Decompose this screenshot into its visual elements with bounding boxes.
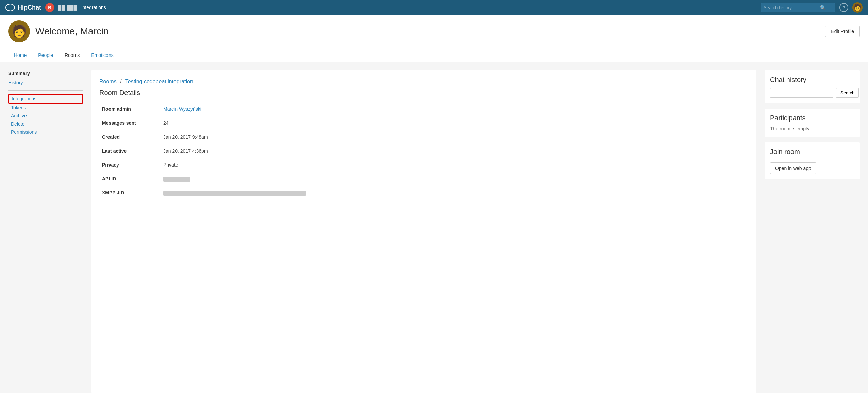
sidebar-item-tokens[interactable]: Tokens xyxy=(8,104,83,112)
header-left: 🧑 Welcome, Marcin xyxy=(8,20,109,42)
user-profile-icon[interactable]: 🧑 xyxy=(852,2,863,13)
table-row: Room admin Marcin Wyszyński xyxy=(99,102,748,116)
field-label-api-id: API ID xyxy=(99,172,161,186)
sidebar-item-permissions[interactable]: Permissions xyxy=(8,128,83,136)
right-panel: Chat history Search Participants The roo… xyxy=(765,70,860,393)
hipchat-logo-icon xyxy=(5,3,15,12)
table-row: Privacy Private xyxy=(99,158,748,172)
participants-section: Participants The room is empty. xyxy=(765,109,860,137)
table-row: Last active Jan 20, 2017 4:36pm xyxy=(99,144,748,158)
join-room-section: Join room Open in web app xyxy=(765,142,860,179)
tab-people[interactable]: People xyxy=(32,48,59,62)
field-value-last-active: Jan 20, 2017 4:36pm xyxy=(161,144,748,158)
chat-history-title: Chat history xyxy=(770,76,854,84)
tab-emoticons[interactable]: Emoticons xyxy=(85,48,119,62)
participants-empty-message: The room is empty. xyxy=(770,126,854,131)
field-value-room-admin: Marcin Wyszyński xyxy=(161,102,748,116)
redacted-xmpp-jid xyxy=(163,191,306,196)
search-history-input[interactable] xyxy=(764,5,818,10)
field-label-last-active: Last active xyxy=(99,144,161,158)
table-row: XMPP JID xyxy=(99,186,748,200)
field-label-xmpp-jid: XMPP JID xyxy=(99,186,161,200)
help-button[interactable]: ? xyxy=(839,3,848,12)
chat-search-row: Search xyxy=(770,88,854,98)
sidebar-item-integrations[interactable]: Integrations xyxy=(8,94,83,104)
tab-rooms[interactable]: Rooms xyxy=(59,48,85,62)
page-header: 🧑 Welcome, Marcin Edit Profile xyxy=(0,15,868,48)
search-history-box[interactable]: 🔍 xyxy=(761,3,835,12)
room-details-title: Room Details xyxy=(99,89,748,97)
nav-page-title: Integrations xyxy=(81,5,106,10)
logo[interactable]: HipChat xyxy=(5,3,41,12)
breadcrumb-separator: / xyxy=(120,79,121,84)
table-row: API ID xyxy=(99,172,748,186)
tab-navigation: Home People Rooms Emoticons xyxy=(0,48,868,62)
table-row: Created Jan 20, 2017 9:48am xyxy=(99,130,748,144)
field-value-privacy: Private xyxy=(161,158,748,172)
field-value-created: Jan 20, 2017 9:48am xyxy=(161,130,748,144)
avatar: 🧑 xyxy=(8,20,30,42)
svg-point-0 xyxy=(6,4,15,11)
breadcrumb-rooms-link[interactable]: Rooms xyxy=(99,79,117,84)
chat-search-button[interactable]: Search xyxy=(836,88,859,98)
sidebar: Summary History Integrations Tokens Arch… xyxy=(8,70,83,393)
join-room-title: Join room xyxy=(770,148,854,156)
sidebar-summary-label: Summary xyxy=(8,70,83,76)
breadcrumb-room-link[interactable]: Testing codebeat integration xyxy=(125,79,193,84)
participants-title: Participants xyxy=(770,114,854,122)
tab-home[interactable]: Home xyxy=(8,48,32,62)
room-details-panel: Rooms / Testing codebeat integration Roo… xyxy=(91,70,756,393)
field-value-xmpp-jid xyxy=(161,186,748,200)
chat-history-section: Chat history Search xyxy=(765,70,860,103)
page-title: Welcome, Marcin xyxy=(35,26,109,37)
search-icon: 🔍 xyxy=(820,5,826,10)
field-label-privacy: Privacy xyxy=(99,158,161,172)
table-row: Messages sent 24 xyxy=(99,116,748,130)
sidebar-divider xyxy=(8,90,83,91)
top-navigation: HipChat R ██ ███ Integrations 🔍 ? 🧑 xyxy=(0,0,868,15)
logo-text: HipChat xyxy=(18,4,41,11)
room-admin-link[interactable]: Marcin Wyszyński xyxy=(163,106,201,112)
redacted-api-id xyxy=(163,177,190,182)
breadcrumb: Rooms / Testing codebeat integration xyxy=(99,79,748,85)
field-label-messages-sent: Messages sent xyxy=(99,116,161,130)
sidebar-item-history[interactable]: History xyxy=(8,79,83,87)
nav-user-avatar[interactable]: R xyxy=(45,3,54,12)
nav-username: ██ ███ xyxy=(58,5,77,10)
field-label-room-admin: Room admin xyxy=(99,102,161,116)
sidebar-item-delete[interactable]: Delete xyxy=(8,120,83,128)
main-content: Summary History Integrations Tokens Arch… xyxy=(0,62,868,393)
field-label-created: Created xyxy=(99,130,161,144)
chat-search-input[interactable] xyxy=(770,88,833,98)
field-value-messages-sent: 24 xyxy=(161,116,748,130)
room-details-table: Room admin Marcin Wyszyński Messages sen… xyxy=(99,102,748,200)
field-value-api-id xyxy=(161,172,748,186)
edit-profile-button[interactable]: Edit Profile xyxy=(825,26,860,37)
sidebar-item-archive[interactable]: Archive xyxy=(8,112,83,120)
open-in-webapp-button[interactable]: Open in web app xyxy=(770,162,816,174)
